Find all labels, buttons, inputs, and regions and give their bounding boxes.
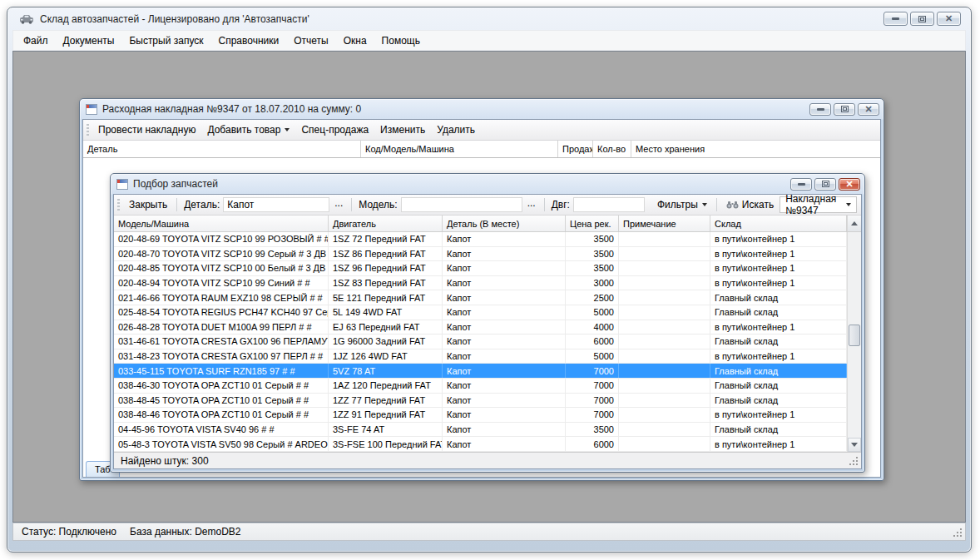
menu-help[interactable]: Помощь <box>374 32 428 49</box>
add-item-button[interactable]: Добавить товар <box>201 121 295 138</box>
cell-model[interactable]: 026-48-28 TOYOTA DUET M100A 99 ПЕРЛ # # <box>114 320 329 335</box>
cell-note[interactable] <box>619 394 710 408</box>
cell-engine[interactable]: 1ZZ 77 Передний FAT <box>329 394 443 408</box>
table-row[interactable]: 020-48-69 TOYOTA VITZ SCP10 99 РОЗОВЫЙ #… <box>114 232 847 247</box>
cell-model[interactable]: 025-48-54 TOYOTA REGIUS PCH47 KCH40 97 С… <box>114 305 329 320</box>
cell-engine[interactable]: 1SZ 86 Передний FAT <box>329 247 443 261</box>
column-header-engine[interactable]: Двигатель <box>329 216 443 231</box>
cell-price[interactable]: 3500 <box>566 423 619 437</box>
cell-stock[interactable]: в пути\контейнер 1 <box>710 261 847 275</box>
cell-price[interactable]: 4000 <box>566 320 619 335</box>
cell-price[interactable]: 3500 <box>566 232 619 246</box>
cell-detail[interactable]: Капот <box>443 394 566 408</box>
search-button[interactable]: Искать <box>720 196 780 213</box>
menu-reports[interactable]: Отчеты <box>286 32 335 49</box>
restore-button[interactable] <box>834 103 855 116</box>
minimize-button[interactable] <box>790 178 812 191</box>
table-row[interactable]: 020-48-94 TOYOTA VITZ SCP10 99 Синий # #… <box>114 276 847 291</box>
picker-titlebar[interactable]: Подбор запчастей ✕ <box>111 174 864 194</box>
cell-stock[interactable]: Главный склад <box>710 364 847 378</box>
cell-stock[interactable]: Главный склад <box>710 335 847 349</box>
minimize-button[interactable] <box>883 12 908 26</box>
close-button[interactable]: ✕ <box>858 103 879 116</box>
cell-note[interactable] <box>619 364 710 378</box>
cell-note[interactable] <box>619 320 710 335</box>
column-header-detail[interactable]: Деталь <box>83 141 361 157</box>
cell-engine[interactable]: 5L 149 4WD FAT <box>329 305 443 320</box>
cell-price[interactable]: 3500 <box>566 247 619 261</box>
cell-engine[interactable]: 1ZZ 91 Передний FAT <box>329 408 443 422</box>
scrollbar-thumb[interactable] <box>849 325 860 346</box>
cell-engine[interactable]: 3S-FSE 100 Передний FAT <box>329 437 443 451</box>
cell-detail[interactable]: Капот <box>443 408 566 422</box>
table-row[interactable]: 038-48-46 TOYOTA OPA ZCT10 01 Серый # # … <box>114 408 847 423</box>
cell-note[interactable] <box>619 305 710 320</box>
table-row[interactable]: 05-48-3 TOYOTA VISTA SV50 98 Серый # ARD… <box>114 437 847 452</box>
cell-detail[interactable]: Капот <box>443 261 566 275</box>
close-button[interactable]: ✕ <box>937 12 961 26</box>
cell-detail[interactable]: Капот <box>443 379 566 393</box>
cell-detail[interactable]: Капот <box>443 349 566 364</box>
menu-documents[interactable]: Документы <box>56 32 122 49</box>
cell-model[interactable]: 031-48-23 TOYOTA CRESTA GX100 97 ПЕРЛ # … <box>114 349 329 364</box>
cell-price[interactable]: 7000 <box>566 408 619 422</box>
cell-price[interactable]: 5000 <box>566 305 619 320</box>
detail-browse-button[interactable]: ... <box>329 197 348 212</box>
cell-model[interactable]: 04-45-96 TOYOTA VISTA SV40 96 # # <box>114 423 329 437</box>
cell-engine[interactable]: EJ 63 Передний FAT <box>329 320 443 335</box>
cell-price[interactable]: 6000 <box>566 335 619 349</box>
table-row[interactable]: 031-48-23 TOYOTA CRESTA GX100 97 ПЕРЛ # … <box>114 349 847 364</box>
cell-model[interactable]: 033-45-115 TOYOTA SURF RZN185 97 # # <box>114 364 329 378</box>
cell-stock[interactable]: в пути\контейнер 1 <box>710 408 847 422</box>
cell-price[interactable]: 5000 <box>566 349 619 364</box>
detail-input[interactable] <box>223 197 329 212</box>
filters-button[interactable]: Фильтры <box>651 196 713 213</box>
maximize-button[interactable] <box>910 12 934 26</box>
menu-quick-launch[interactable]: Быстрый запуск <box>121 32 210 49</box>
cell-stock[interactable]: в пути\контейнер 1 <box>710 276 847 290</box>
cell-price[interactable]: 7000 <box>566 364 619 378</box>
cell-stock[interactable]: Главный склад <box>710 423 847 437</box>
cell-engine[interactable]: 3S-FE 74 AT <box>329 423 443 437</box>
cell-price[interactable]: 7000 <box>566 394 619 408</box>
column-header-stock[interactable]: Склад <box>710 216 847 231</box>
column-header-sale-price[interactable]: Продаж. ц <box>558 141 593 157</box>
toolbar-grip[interactable] <box>117 199 120 211</box>
toolbar-grip[interactable] <box>87 124 89 136</box>
cell-stock[interactable]: в пути\контейнер 1 <box>710 349 847 364</box>
cell-price[interactable]: 7000 <box>566 379 619 393</box>
cell-note[interactable] <box>619 349 710 364</box>
close-button[interactable]: ✕ <box>839 178 860 191</box>
cell-detail[interactable]: Капот <box>443 305 566 320</box>
minimize-button[interactable] <box>809 103 831 116</box>
table-row[interactable]: 020-48-85 TOYOTA VITZ SCP10 00 Белый # 3… <box>114 261 847 276</box>
table-row[interactable]: 025-48-54 TOYOTA REGIUS PCH47 KCH40 97 С… <box>114 305 847 320</box>
column-header-qty[interactable]: Кол-во <box>593 141 631 157</box>
menu-references[interactable]: Справочники <box>211 32 287 49</box>
cell-detail[interactable]: Капот <box>443 290 566 305</box>
column-header-storage[interactable]: Место хранения <box>631 141 880 157</box>
cell-price[interactable]: 3000 <box>566 276 619 290</box>
cell-model[interactable]: 038-48-45 TOYOTA OPA ZCT10 01 Серый # # <box>114 394 329 408</box>
cell-note[interactable] <box>619 232 710 246</box>
engine-input[interactable] <box>573 197 645 212</box>
cell-stock[interactable]: Главный склад <box>710 305 847 320</box>
table-row[interactable]: 031-46-61 TOYOTA CRESTA GX100 96 ПЕРЛАМУ… <box>114 335 847 349</box>
cell-engine[interactable]: 1SZ 83 Передний FAT <box>329 276 443 290</box>
cell-engine[interactable]: 1SZ 72 Передний FAT <box>329 232 443 246</box>
cell-engine[interactable]: 1JZ 126 4WD FAT <box>329 349 443 364</box>
close-dialog-button[interactable]: Закрыть <box>123 196 173 213</box>
table-row[interactable]: 038-48-45 TOYOTA OPA ZCT10 01 Серый # # … <box>114 394 847 409</box>
cell-stock[interactable]: в пути\контейнер 1 <box>710 437 847 451</box>
table-row[interactable]: 020-48-70 TOYOTA VITZ SCP10 99 Серый # 3… <box>114 247 847 262</box>
cell-model[interactable]: 020-48-70 TOYOTA VITZ SCP10 99 Серый # 3… <box>114 247 329 261</box>
cell-model[interactable]: 038-46-30 TOYOTA OPA ZCT10 01 Серый # # <box>114 379 329 393</box>
cell-detail[interactable]: Капот <box>443 276 566 290</box>
resize-grip[interactable] <box>856 463 858 465</box>
cell-engine[interactable]: 1SZ 96 Передний FAT <box>329 261 443 275</box>
cell-model[interactable]: 020-48-94 TOYOTA VITZ SCP10 99 Синий # # <box>114 276 329 290</box>
table-row[interactable]: 021-46-66 TOYOTA RAUM EXZ10 98 СЕРЫЙ # #… <box>114 290 847 305</box>
column-header-model[interactable]: Модель/Машина <box>114 216 329 231</box>
special-sale-button[interactable]: Спец-продажа <box>295 121 374 138</box>
scroll-up-button[interactable] <box>847 216 861 231</box>
